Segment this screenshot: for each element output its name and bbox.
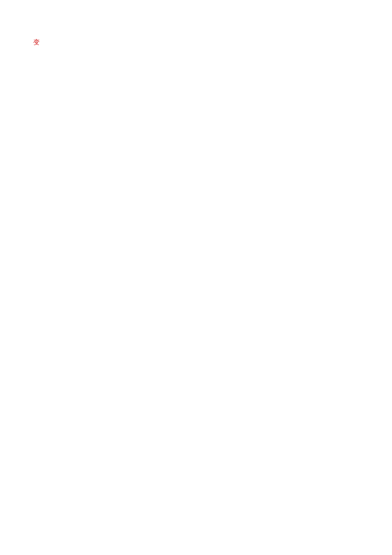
side-label-bian: 变 bbox=[33, 38, 40, 46]
page: 变 革 凡尔赛——华盛顿体系 1、《凡尔赛和约》 2、《九国公约》 （1）时间：… bbox=[0, 0, 392, 64]
